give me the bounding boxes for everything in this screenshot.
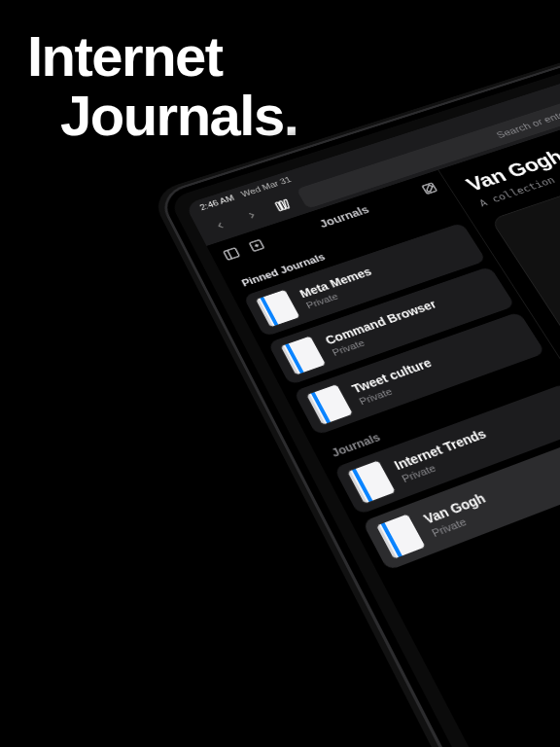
library-button[interactable]	[265, 192, 301, 220]
svg-line-7	[255, 245, 259, 246]
journal-icon	[255, 289, 301, 328]
journal-icon	[375, 513, 427, 560]
svg-line-4	[228, 250, 232, 259]
journal-icon	[305, 383, 354, 426]
compose-button[interactable]	[419, 180, 440, 196]
sidebar-toggle-icon[interactable]	[221, 245, 242, 263]
hero-line1: Internet	[27, 24, 223, 88]
journal-icon	[279, 335, 327, 375]
forward-button[interactable]	[234, 201, 270, 230]
hero-line2: Journals.	[27, 87, 298, 146]
hero-heading: Internet Journals.	[27, 27, 298, 146]
back-button[interactable]	[202, 211, 238, 239]
add-journal-button[interactable]	[246, 237, 267, 255]
svg-rect-8	[422, 183, 437, 194]
journal-icon	[346, 459, 397, 505]
